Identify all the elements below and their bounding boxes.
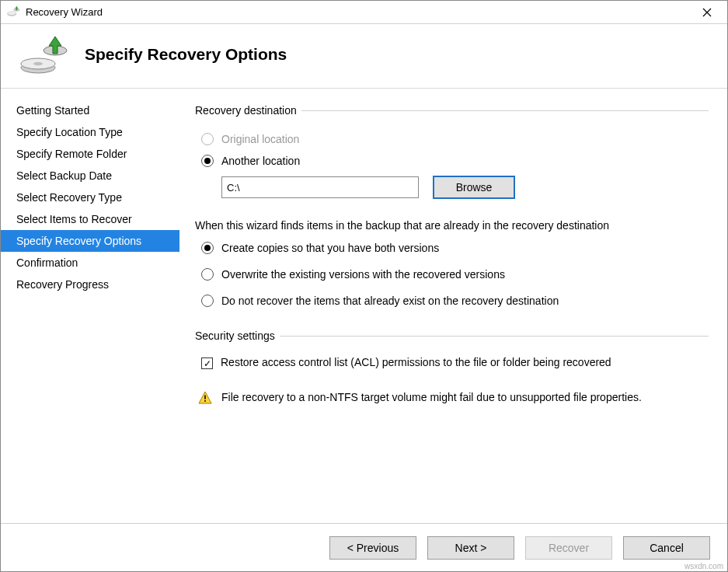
wizard-content: Recovery destination Original location A… <box>179 89 727 523</box>
window-title: Recovery Wizard <box>26 6 103 18</box>
radio-create-copies[interactable] <box>201 242 214 254</box>
close-button[interactable] <box>690 2 724 23</box>
page-header: Specify Recovery Options <box>1 24 727 89</box>
conflict-options: Create copies so that you have both vers… <box>195 239 709 309</box>
destination-path-row: Browse <box>221 176 709 199</box>
sidebar-item-label: Recovery Progress <box>16 278 109 291</box>
svg-rect-8 <box>204 396 206 399</box>
recovery-icon <box>19 35 69 74</box>
sidebar-item-remote-folder[interactable]: Specify Remote Folder <box>1 143 179 165</box>
security-settings-legend: Security settings <box>195 330 280 342</box>
warning-icon <box>198 391 212 405</box>
restore-acl-label: Restore access control list (ACL) permis… <box>221 356 611 368</box>
recover-button: Recover <box>525 536 612 560</box>
recovery-destination-group: Recovery destination Original location A… <box>195 104 709 202</box>
radio-skip-existing[interactable] <box>201 295 214 307</box>
app-icon <box>7 4 21 20</box>
original-location-option: Original location <box>201 131 709 148</box>
sidebar-item-confirmation[interactable]: Confirmation <box>1 252 179 274</box>
radio-overwrite[interactable] <box>201 268 214 281</box>
wizard-steps-sidebar: Getting Started Specify Location Type Sp… <box>1 89 179 523</box>
create-copies-label: Create copies so that you have both vers… <box>221 242 439 254</box>
another-location-option[interactable]: Another location <box>201 152 709 169</box>
radio-another-location[interactable] <box>201 155 214 167</box>
restore-acl-checkbox[interactable] <box>201 358 213 369</box>
sidebar-item-items-to-recover[interactable]: Select Items to Recover <box>1 208 179 230</box>
recovery-destination-legend: Recovery destination <box>195 104 301 117</box>
sidebar-item-recovery-options[interactable]: Specify Recovery Options <box>1 230 179 252</box>
sidebar-item-recovery-type[interactable]: Select Recovery Type <box>1 187 179 208</box>
titlebar-left: Recovery Wizard <box>7 4 103 20</box>
skip-existing-label: Do not recover the items that already ex… <box>221 295 559 307</box>
sidebar-item-label: Specify Remote Folder <box>16 148 127 160</box>
conflict-create-copies-option[interactable]: Create copies so that you have both vers… <box>201 239 709 256</box>
next-button[interactable]: Next > <box>427 536 514 560</box>
original-location-label: Original location <box>221 133 299 145</box>
ntfs-warning-text: File recovery to a non-NTFS target volum… <box>221 391 642 403</box>
recovery-wizard-window: Recovery Wizard Specify Recovery Options… <box>0 0 728 572</box>
page-title: Specify Recovery Options <box>85 45 287 64</box>
titlebar: Recovery Wizard <box>1 1 727 24</box>
cancel-button[interactable]: Cancel <box>623 536 710 560</box>
sidebar-item-label: Specify Recovery Options <box>16 235 141 247</box>
security-settings-group: Security settings Restore access control… <box>195 330 709 374</box>
destination-path-input[interactable] <box>221 176 419 198</box>
previous-button[interactable]: < Previous <box>329 536 416 560</box>
sidebar-item-label: Select Backup Date <box>16 169 112 182</box>
close-icon <box>702 8 712 17</box>
sidebar-item-getting-started[interactable]: Getting Started <box>1 99 179 121</box>
sidebar-item-label: Select Recovery Type <box>16 191 122 204</box>
wizard-footer: < Previous Next > Recover Cancel <box>1 523 727 571</box>
conflict-description: When this wizard finds items in the back… <box>195 219 709 232</box>
conflict-overwrite-option[interactable]: Overwrite the existing versions with the… <box>201 266 709 283</box>
conflict-skip-option[interactable]: Do not recover the items that already ex… <box>201 292 709 309</box>
sidebar-item-location-type[interactable]: Specify Location Type <box>1 121 179 143</box>
sidebar-item-label: Select Items to Recover <box>16 213 132 225</box>
watermark: wsxdn.com <box>684 562 723 570</box>
another-location-label: Another location <box>221 155 300 167</box>
sidebar-item-label: Specify Location Type <box>16 126 123 138</box>
sidebar-item-recovery-progress[interactable]: Recovery Progress <box>1 274 179 295</box>
svg-point-1 <box>8 12 16 16</box>
sidebar-item-label: Getting Started <box>16 104 89 117</box>
sidebar-item-backup-date[interactable]: Select Backup Date <box>1 165 179 187</box>
overwrite-label: Overwrite the existing versions with the… <box>221 268 505 281</box>
ntfs-warning: File recovery to a non-NTFS target volum… <box>198 391 709 405</box>
browse-button[interactable]: Browse <box>433 176 515 199</box>
svg-rect-9 <box>204 400 206 402</box>
radio-original-location <box>201 133 214 145</box>
svg-point-5 <box>33 62 43 65</box>
restore-acl-row[interactable]: Restore access control list (ACL) permis… <box>201 356 709 369</box>
wizard-body: Getting Started Specify Location Type Sp… <box>1 89 727 523</box>
sidebar-item-label: Confirmation <box>16 256 78 269</box>
